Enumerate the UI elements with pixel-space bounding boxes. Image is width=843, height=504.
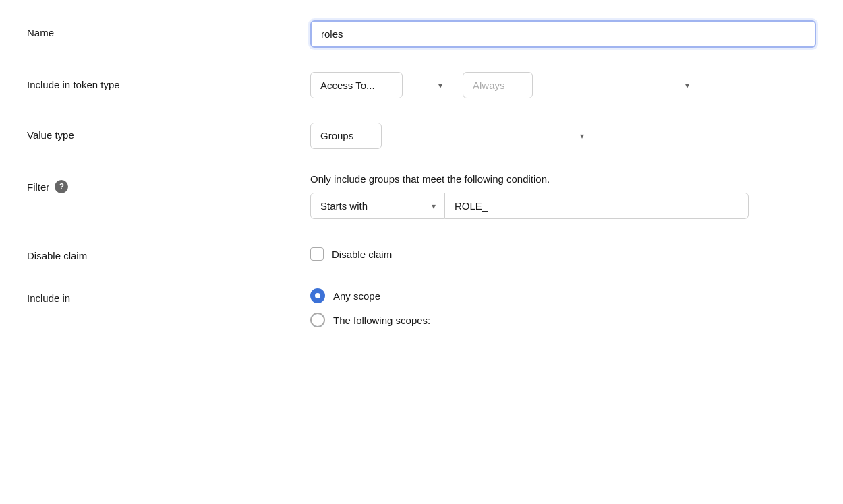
token-type-select1[interactable]: Access To... ID Token <box>310 72 403 98</box>
include-in-label: Include in <box>27 286 310 304</box>
disable-claim-control: Disable claim <box>310 243 816 261</box>
name-input[interactable] <box>310 20 816 48</box>
include-in-label-text: Include in <box>27 292 70 304</box>
include-in-following-scopes-label: The following scopes: <box>333 315 430 326</box>
disable-claim-row: Disable claim Disable claim <box>27 243 816 261</box>
filter-condition-select[interactable]: Starts with Ends with Contains Regex <box>310 193 445 219</box>
name-label: Name <box>27 20 310 38</box>
include-in-control: Any scope The following scopes: <box>310 286 816 327</box>
disable-claim-label-text: Disable claim <box>27 250 87 261</box>
token-type-control: Access To... ID Token ▾ Always Never ▾ <box>310 72 816 98</box>
value-type-row: Value type Groups Roles ▾ <box>27 123 816 149</box>
token-type-select2[interactable]: Always Never <box>463 72 533 98</box>
name-row: Name <box>27 20 816 48</box>
include-in-any-scope-label: Any scope <box>333 290 380 302</box>
name-label-text: Name <box>27 27 54 38</box>
token-type-label: Include in token type <box>27 72 310 90</box>
value-type-select-arrow: ▾ <box>580 131 584 141</box>
token-type-select2-arrow: ▾ <box>685 81 689 90</box>
token-type-select2-wrapper: Always Never ▾ <box>463 72 699 98</box>
include-in-radio-row-2: The following scopes: <box>310 313 816 327</box>
token-type-row: Include in token type Access To... ID To… <box>27 72 816 98</box>
include-in-any-scope-radio[interactable] <box>310 288 325 303</box>
value-type-label: Value type <box>27 123 310 141</box>
filter-description: Only include groups that meet the follow… <box>310 173 816 185</box>
include-in-row: Include in Any scope The following scope… <box>27 286 816 327</box>
token-type-label-text: Include in token type <box>27 79 120 90</box>
filter-label-text: Filter <box>27 181 49 193</box>
filter-condition-select-wrapper: Starts with Ends with Contains Regex ▾ <box>310 193 445 219</box>
disable-claim-label: Disable claim <box>27 243 310 261</box>
filter-row: Filter ? Only include groups that meet t… <box>27 173 816 219</box>
value-type-label-text: Value type <box>27 129 74 141</box>
filter-help-icon[interactable]: ? <box>55 180 68 193</box>
include-in-following-scopes-radio[interactable] <box>310 313 325 327</box>
token-type-select1-wrapper: Access To... ID Token ▾ <box>310 72 452 98</box>
disable-claim-checkbox[interactable] <box>310 247 324 261</box>
filter-value-input[interactable] <box>445 193 749 219</box>
value-type-select-wrapper: Groups Roles ▾ <box>310 123 593 149</box>
include-in-radio-group: Any scope The following scopes: <box>310 286 816 327</box>
filter-control: Only include groups that meet the follow… <box>310 173 816 219</box>
name-control <box>310 20 816 48</box>
disable-claim-checkbox-label: Disable claim <box>332 249 392 260</box>
token-type-selects: Access To... ID Token ▾ Always Never ▾ <box>310 72 816 98</box>
token-type-select1-arrow: ▾ <box>438 81 442 90</box>
value-type-control: Groups Roles ▾ <box>310 123 816 149</box>
filter-controls: Starts with Ends with Contains Regex ▾ <box>310 193 816 219</box>
form-container: Name Include in token type Access To... … <box>27 20 816 327</box>
include-in-radio-row-1: Any scope <box>310 288 816 303</box>
disable-claim-checkbox-row: Disable claim <box>310 243 816 261</box>
value-type-select[interactable]: Groups Roles <box>310 123 382 149</box>
filter-label: Filter ? <box>27 173 310 193</box>
